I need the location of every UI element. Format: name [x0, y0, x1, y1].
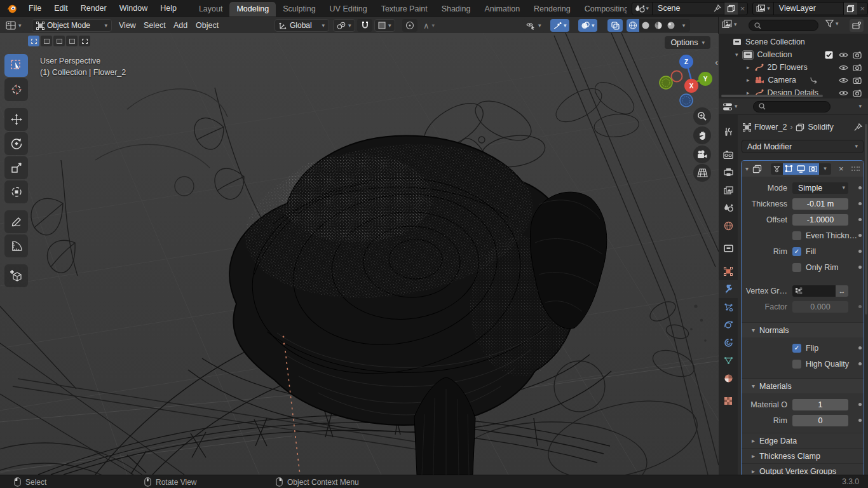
normals-section-header[interactable]: ▾ Normals: [742, 322, 864, 337]
invert-vertex-group-button[interactable]: ↔: [836, 285, 848, 297]
proportional-editing-toggle[interactable]: [402, 19, 417, 32]
rim-material-field[interactable]: 0: [792, 415, 848, 426]
display-on-cage-toggle[interactable]: [771, 163, 783, 175]
select-box-tool[interactable]: [4, 54, 28, 77]
flip-checkbox[interactable]: ✓: [792, 344, 801, 353]
select-mode-new-button[interactable]: [28, 36, 39, 46]
disclosure-triangle-icon[interactable]: ▸: [747, 78, 750, 83]
proportional-falloff-dropdown[interactable]: ∧ ▾: [419, 19, 438, 32]
tab-tool[interactable]: [719, 123, 738, 140]
add-cube-tool[interactable]: [4, 264, 28, 287]
outliner-search-input[interactable]: [749, 20, 818, 31]
pivot-point-dropdown[interactable]: ▾: [333, 19, 355, 32]
view-layer-browse-button[interactable]: ▾: [753, 3, 774, 15]
offset-field[interactable]: -1.0000: [792, 214, 848, 226]
outliner-row-camera[interactable]: ▸ Camera: [719, 74, 868, 86]
menu-file[interactable]: File: [22, 0, 48, 17]
tab-output[interactable]: [719, 163, 738, 181]
tab-object[interactable]: [719, 262, 738, 280]
animate-dot[interactable]: [858, 419, 862, 422]
tab-scene[interactable]: [719, 199, 738, 217]
tab-layout[interactable]: Layout: [192, 2, 230, 17]
collection-exclude-checkbox[interactable]: [825, 51, 833, 59]
scene-browse-button[interactable]: ▾: [632, 3, 653, 15]
select-mode-extend-button[interactable]: [41, 36, 52, 46]
camera-view-button[interactable]: [693, 146, 711, 163]
hide-eye-icon[interactable]: [839, 64, 848, 71]
animate-dot[interactable]: [858, 202, 862, 205]
rim-fill-checkbox[interactable]: ✓: [792, 247, 801, 256]
blender-logo-icon[interactable]: [0, 4, 22, 13]
unlink-scene-button[interactable]: ×: [738, 3, 748, 15]
select-mode-intersect-button[interactable]: [79, 36, 90, 46]
modifier-extras-dropdown[interactable]: ▾: [819, 163, 831, 175]
shading-solid-button[interactable]: [639, 19, 652, 32]
tab-uv-editing[interactable]: UV Editing: [323, 2, 374, 17]
pin-icon[interactable]: [711, 3, 724, 15]
factor-field[interactable]: 0.000: [792, 301, 848, 313]
scale-tool[interactable]: [4, 156, 28, 179]
overlays-toggle[interactable]: ▾: [578, 19, 597, 32]
xray-toggle[interactable]: [607, 19, 623, 32]
only-rim-checkbox[interactable]: [792, 263, 801, 272]
animate-dot[interactable]: [858, 305, 862, 308]
disable-render-icon[interactable]: [853, 51, 862, 58]
zoom-button[interactable]: [693, 107, 711, 125]
tab-constraints[interactable]: [719, 334, 738, 351]
display-render-toggle[interactable]: [807, 163, 819, 175]
animate-dot[interactable]: [858, 403, 862, 406]
breadcrumb-object[interactable]: Flower_2: [754, 123, 787, 132]
breadcrumb-modifier[interactable]: Solidify: [808, 123, 833, 132]
gizmos-toggle[interactable]: ▾: [550, 19, 569, 32]
menu-window[interactable]: Window: [113, 0, 154, 17]
even-thickness-checkbox[interactable]: [792, 231, 801, 240]
tab-texture[interactable]: [719, 392, 738, 410]
select-mode-invert-button[interactable]: [66, 36, 78, 46]
disable-render-icon[interactable]: [853, 90, 862, 97]
hide-eye-icon[interactable]: [839, 90, 848, 97]
options-dropdown[interactable]: Options ▾: [665, 36, 710, 49]
outliner-editor-type-button[interactable]: ▾: [722, 20, 737, 29]
rotate-tool[interactable]: [4, 132, 28, 155]
annotate-tool[interactable]: [4, 210, 28, 233]
animate-dot[interactable]: [858, 186, 862, 189]
tab-particles[interactable]: [719, 298, 738, 316]
transform-orientation-dropdown[interactable]: Global ▾: [275, 19, 329, 32]
snap-toggle[interactable]: [357, 19, 372, 32]
shading-rendered-button[interactable]: [665, 19, 677, 32]
shading-dropdown[interactable]: ▾: [677, 19, 690, 32]
menu-add[interactable]: Add: [173, 17, 187, 34]
mode-dropdown[interactable]: Object Mode ▾: [32, 19, 112, 32]
navigation-gizmo[interactable]: Z Y X: [656, 50, 719, 119]
pin-icon[interactable]: [854, 123, 862, 132]
show-object-types-dropdown[interactable]: ▾: [522, 19, 545, 32]
measure-tool[interactable]: [4, 234, 28, 257]
animate-dot[interactable]: [858, 234, 862, 237]
edge-data-section-header[interactable]: ▸ Edge Data: [742, 433, 864, 448]
tab-physics[interactable]: [719, 316, 738, 334]
tab-animation[interactable]: Animation: [478, 2, 527, 17]
tab-material[interactable]: [719, 369, 738, 387]
tab-collection-properties[interactable]: [719, 240, 738, 257]
hide-eye-icon[interactable]: [839, 77, 848, 84]
new-view-layer-button[interactable]: [843, 3, 857, 15]
outliner-row-collection[interactable]: ▾ Collection: [719, 48, 868, 61]
new-scene-button[interactable]: [724, 3, 738, 15]
view-layer-name[interactable]: ViewLayer: [774, 4, 844, 13]
disclosure-triangle-icon[interactable]: ▸: [747, 65, 750, 71]
select-mode-subtract-button[interactable]: [53, 36, 65, 46]
tab-shading[interactable]: Shading: [435, 2, 478, 17]
menu-view[interactable]: View: [119, 17, 136, 34]
transform-tool[interactable]: [4, 180, 28, 203]
menu-object[interactable]: Object: [196, 17, 219, 34]
shading-material-button[interactable]: [652, 19, 665, 32]
properties-editor-type-button[interactable]: ▾: [722, 102, 738, 111]
tab-texture-paint[interactable]: Texture Paint: [374, 2, 435, 17]
tab-render[interactable]: [719, 146, 738, 163]
animate-dot[interactable]: [858, 218, 862, 221]
add-modifier-button[interactable]: Add Modifier ▾: [742, 140, 864, 153]
editor-type-button[interactable]: ▾: [3, 19, 25, 32]
tab-view-layer[interactable]: [719, 181, 738, 199]
disable-render-icon[interactable]: [853, 77, 862, 84]
disable-render-icon[interactable]: [853, 64, 862, 71]
